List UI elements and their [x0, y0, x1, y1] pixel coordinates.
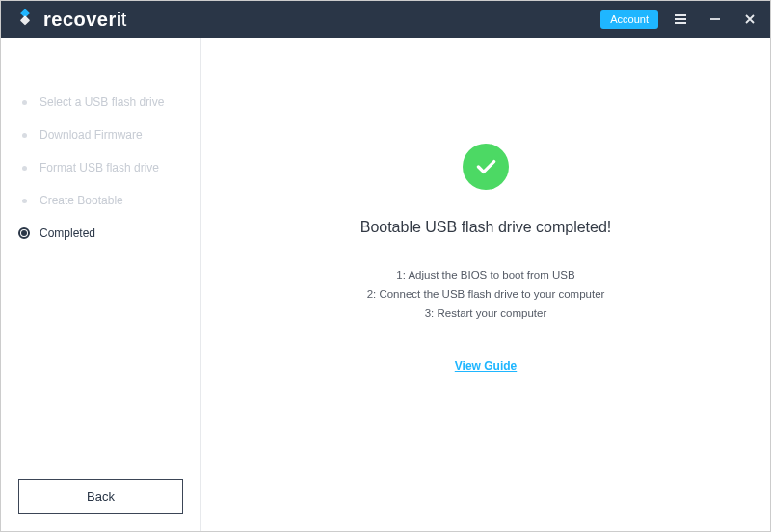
step-label: Select a USB flash drive [40, 95, 164, 109]
step-label: Download Firmware [40, 128, 143, 142]
step-bullet-icon [18, 129, 30, 141]
step-download-firmware: Download Firmware [18, 119, 200, 151]
step-bullet-icon [18, 162, 30, 173]
step-label: Create Bootable [40, 194, 123, 207]
completion-title: Bootable USB flash drive completed! [360, 219, 612, 236]
step-label: Completed [40, 226, 95, 240]
step-select-usb: Select a USB flash drive [18, 86, 200, 119]
success-check-icon [463, 144, 509, 190]
brand-logo-icon [14, 9, 36, 30]
minimize-icon[interactable] [703, 7, 728, 32]
instruction-line: 3: Restart your computer [367, 307, 605, 319]
step-label: Format USB flash drive [40, 161, 159, 174]
step-format-usb: Format USB flash drive [18, 151, 200, 184]
step-radio-icon [18, 227, 30, 239]
view-guide-link[interactable]: View Guide [455, 359, 517, 373]
account-button[interactable]: Account [600, 10, 658, 29]
titlebar: recoverit Account [1, 1, 770, 38]
step-bullet-icon [18, 96, 30, 108]
brand-name: recoverit [43, 9, 127, 31]
instructions: 1: Adjust the BIOS to boot from USB 2: C… [367, 261, 605, 327]
instruction-line: 2: Connect the USB flash drive to your c… [367, 288, 605, 300]
step-bullet-icon [18, 195, 30, 206]
step-list: Select a USB flash drive Download Firmwa… [1, 86, 200, 250]
menu-icon[interactable] [668, 7, 693, 32]
back-button[interactable]: Back [18, 479, 183, 514]
main-content: Bootable USB flash drive completed! 1: A… [201, 38, 770, 531]
step-completed: Completed [18, 217, 200, 250]
app-window: recoverit Account Select a USB flash dri… [0, 0, 771, 532]
titlebar-controls: Account [600, 7, 762, 32]
step-create-bootable: Create Bootable [18, 184, 200, 217]
body: Select a USB flash drive Download Firmwa… [1, 38, 770, 531]
svg-rect-1 [20, 15, 30, 25]
instruction-line: 1: Adjust the BIOS to boot from USB [367, 269, 605, 280]
brand: recoverit [14, 9, 127, 31]
sidebar-footer: Back [1, 462, 200, 531]
close-icon[interactable] [737, 7, 762, 32]
sidebar: Select a USB flash drive Download Firmwa… [1, 38, 201, 531]
